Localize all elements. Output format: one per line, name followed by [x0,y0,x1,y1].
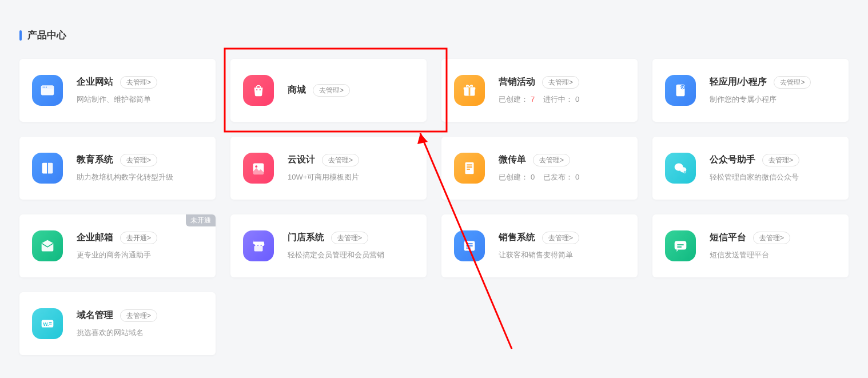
stats-running-count: 0 [575,173,579,181]
svg-rect-16 [467,164,472,165]
svg-point-4 [46,86,47,87]
svg-rect-26 [466,248,471,249]
card-desc: 短信发送管理平台 [710,250,836,260]
card-desc: 网站制作、维护都简单 [77,94,203,105]
card-title: 云设计 [288,154,315,166]
card-content: 销售系统去管理>让获客和销售变得简单 [499,232,625,261]
manage-button[interactable]: 去管理> [762,154,799,167]
card-desc: 挑选喜欢的网站域名 [77,328,203,338]
manage-button[interactable]: 去管理> [322,154,359,167]
svg-rect-18 [467,169,470,170]
card-content: 商城去管理> [288,84,414,97]
card-title: 企业网站 [77,76,113,88]
product-card-mendian[interactable]: 门店系统去管理>轻松搞定会员管理和会员营销 [230,214,427,277]
manage-button[interactable]: 去管理> [120,76,157,89]
product-card-qingyingyong[interactable]: 轻应用/小程序去管理>制作您的专属小程序 [652,59,849,122]
svg-rect-25 [466,245,472,246]
product-card-qiye-website[interactable]: 企业网站去管理>网站制作、维护都简单 [19,59,216,122]
inactive-badge: 未开通 [186,214,216,226]
card-title-row: 公众号助手去管理> [710,154,836,167]
card-desc: 让获客和销售变得简单 [499,250,625,260]
store-icon [243,230,274,261]
card-content: 轻应用/小程序去管理>制作您的专属小程序 [710,76,836,105]
stats-created-count: 7 [531,95,535,104]
section-title-text: 产品中心 [27,29,66,42]
title-accent-bar [19,30,22,41]
card-content: 公众号助手去管理>轻松管理自家的微信公众号 [710,154,836,183]
card-title-row: 微传单去管理> [499,154,625,167]
card-title-row: 短信平台去管理> [710,232,836,245]
product-card-yuming[interactable]: W.域名管理去管理>挑选喜欢的网站域名 [19,292,216,355]
card-stats: 已创建：7 进行中：0 [499,94,625,105]
card-content: 教育系统去管理>助力教培机构数字化转型升级 [77,154,203,183]
product-card-jiaoyu[interactable]: 教育系统去管理>助力教培机构数字化转型升级 [19,137,216,200]
card-title-row: 营销活动去管理> [499,76,625,89]
product-card-weichuandan[interactable]: 微传单去管理>已创建：0 已发布：0 [441,137,638,200]
manage-button[interactable]: 去开通> [120,232,157,245]
card-content: 短信平台去管理>短信发送管理平台 [710,232,836,261]
card-content: 营销活动去管理>已创建：7 进行中：0 [499,76,625,105]
bag-icon [243,75,274,106]
card-title-row: 教育系统去管理> [77,154,203,167]
product-card-qiye-mail[interactable]: 企业邮箱去开通>更专业的商务沟通助手未开通 [19,214,216,277]
svg-point-2 [43,86,44,87]
product-card-shangcheng[interactable]: 商城去管理> [230,59,427,122]
card-content: 企业网站去管理>网站制作、维护都简单 [77,76,203,105]
card-content: 企业邮箱去开通>更专业的商务沟通助手 [77,232,203,261]
card-title-row: 商城去管理> [288,84,414,97]
manage-button[interactable]: 去管理> [774,76,811,89]
card-title: 轻应用/小程序 [710,76,767,88]
svg-rect-24 [466,243,472,244]
product-card-duanxin[interactable]: 短信平台去管理>短信发送管理平台 [652,214,849,277]
miniapp-icon [665,75,696,106]
manage-button[interactable]: 去管理> [542,76,579,89]
card-title: 营销活动 [499,76,535,88]
card-desc: 制作您的专属小程序 [710,94,836,105]
card-content: 域名管理去管理>挑选喜欢的网站域名 [77,309,203,339]
manage-button[interactable]: 去管理> [313,84,350,97]
card-title-row: 轻应用/小程序去管理> [710,76,836,89]
card-stats: 已创建：0 已发布：0 [499,172,625,182]
svg-rect-32 [49,322,52,323]
card-title: 商城 [288,84,306,96]
chat-icon [665,230,696,261]
card-desc: 助力教培机构数字化转型升级 [77,172,203,182]
card-title-row: 企业邮箱去开通> [77,232,203,245]
manage-button[interactable]: 去管理> [542,232,579,245]
svg-rect-29 [677,246,682,248]
product-card-xiaoshou[interactable]: 销售系统去管理>让获客和销售变得简单 [441,214,638,277]
flyer-icon [454,153,485,184]
card-title: 门店系统 [288,232,324,244]
card-content: 云设计去管理>10W+可商用模板图片 [288,154,414,183]
card-desc: 轻松搞定会员管理和会员营销 [288,250,414,260]
stats-running-label: 已发布： [543,173,573,181]
stats-running-count: 0 [575,95,579,104]
card-title-row: 销售系统去管理> [499,232,625,245]
card-title-row: 门店系统去管理> [288,232,414,245]
svg-text:W.: W. [43,321,49,327]
card-title-row: 企业网站去管理> [77,76,203,89]
manage-button[interactable]: 去管理> [331,232,368,245]
card-desc: 更专业的商务沟通助手 [77,250,203,260]
domain-icon: W. [32,308,63,339]
stats-created-count: 0 [531,173,535,181]
card-desc: 10W+可商用模板图片 [288,172,414,182]
svg-rect-17 [467,166,472,168]
svg-point-5 [256,89,257,90]
card-title: 短信平台 [710,232,746,244]
product-card-gongzhonghao[interactable]: 公众号助手去管理>轻松管理自家的微信公众号 [652,137,849,200]
card-title: 教育系统 [77,154,113,166]
manage-button[interactable]: 去管理> [120,154,157,167]
manage-button[interactable]: 去管理> [753,232,790,245]
product-card-yingxiao[interactable]: 营销活动去管理>已创建：7 进行中：0 [441,59,638,122]
manage-button[interactable]: 去管理> [533,154,570,167]
window-icon [32,75,63,106]
manage-button[interactable]: 去管理> [120,309,157,323]
wechat-icon [665,153,696,184]
card-title: 域名管理 [77,309,113,321]
card-title: 企业邮箱 [77,232,113,244]
svg-point-3 [44,86,45,87]
stats-created-label: 已创建： [499,95,528,104]
product-card-yunsheji[interactable]: 云设计去管理>10W+可商用模板图片 [230,137,427,200]
book-icon [32,153,63,184]
